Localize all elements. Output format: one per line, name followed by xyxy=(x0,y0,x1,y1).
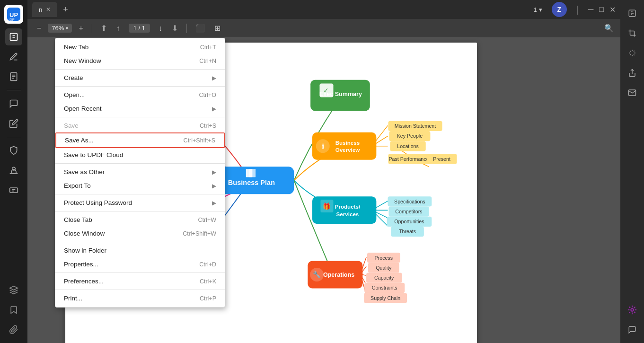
menu-item-arrow-icon: ▶ xyxy=(212,75,216,81)
menu-item-protect-password[interactable]: Protect Using Password▶ xyxy=(55,196,225,210)
menu-item-label: Save As... xyxy=(65,137,94,144)
right-icon-crop[interactable] xyxy=(624,25,641,42)
zoom-in-button[interactable]: + xyxy=(76,22,86,35)
page-display: 1 / 1 xyxy=(129,24,150,33)
menu-item-save-as-other[interactable]: Save as Other▶ xyxy=(55,165,225,179)
svg-text:Threats: Threats xyxy=(399,229,416,234)
menu-item-label: Export To xyxy=(64,182,91,189)
svg-marker-14 xyxy=(10,286,18,290)
menu-divider xyxy=(55,194,225,194)
menu-item-new-window[interactable]: New WindowCtrl+N xyxy=(55,54,225,68)
svg-text:Capacity: Capacity xyxy=(374,275,394,281)
new-tab-button[interactable]: + xyxy=(63,5,68,15)
sidebar-icon-layers[interactable] xyxy=(5,281,22,299)
menu-item-arrow-icon: ▶ xyxy=(212,169,216,176)
svg-text:Mission Statement: Mission Statement xyxy=(395,123,436,129)
svg-text:ℹ: ℹ xyxy=(322,143,324,150)
sidebar-icon-pages[interactable] xyxy=(5,68,22,85)
page-up-button[interactable]: ↑ xyxy=(114,22,123,35)
menu-item-create[interactable]: Create▶ xyxy=(55,71,225,85)
zoom-out-button[interactable]: − xyxy=(34,22,44,35)
right-icon-mail[interactable] xyxy=(624,84,641,101)
page-down-button[interactable]: ↓ xyxy=(156,22,165,35)
sidebar-icon-comment[interactable] xyxy=(5,95,22,112)
menu-item-save-as[interactable]: Save As...Ctrl+Shift+S xyxy=(55,132,225,148)
menu-item-label: Close Window xyxy=(64,230,105,237)
close-button[interactable]: ✕ xyxy=(609,5,616,14)
user-avatar[interactable]: Z xyxy=(552,2,567,17)
main-area: n ✕ + 1 ▾ Z | ─ □ ✕ − 76% ▾ + ⇑ ↑ 1 / xyxy=(27,0,620,343)
menu-item-shortcut: Ctrl+S xyxy=(200,123,216,129)
svg-text:Products/: Products/ xyxy=(335,203,361,210)
page-total: 1 xyxy=(142,25,145,32)
menu-item-label: New Window xyxy=(64,57,101,64)
svg-text:Key People: Key People xyxy=(397,133,423,139)
sidebar-icon-clip[interactable] xyxy=(5,321,22,338)
document-tab[interactable]: n ✕ xyxy=(32,2,57,17)
menu-item-label: Print... xyxy=(64,295,82,302)
menu-item-export-to[interactable]: Export To▶ xyxy=(55,179,225,193)
app-logo: UP DF xyxy=(4,5,23,24)
tab-title: n xyxy=(39,6,42,13)
document-area: Business Plan 📚 Appendices 💰 Financial 🏭… xyxy=(27,38,620,343)
tab-close-button[interactable]: ✕ xyxy=(46,6,51,13)
title-bar: n ✕ + 1 ▾ Z | ─ □ ✕ xyxy=(27,0,620,19)
menu-item-shortcut: Ctrl+W xyxy=(198,217,216,223)
right-icon-ai[interactable] xyxy=(624,301,641,318)
menu-item-new-tab[interactable]: New TabCtrl+T xyxy=(55,40,225,54)
menu-divider xyxy=(55,242,225,242)
window-controls: 1 ▾ Z | ─ □ ✕ xyxy=(534,2,616,17)
svg-text:Constraints: Constraints xyxy=(372,285,397,290)
scroll-top-button[interactable]: ⇑ xyxy=(98,22,110,35)
menu-item-save-updf-cloud[interactable]: Save to UPDF Cloud xyxy=(55,148,225,162)
menu-item-properties[interactable]: Properties...Ctrl+D xyxy=(55,257,225,271)
menu-item-shortcut: Ctrl+D xyxy=(199,261,216,268)
right-sidebar-bottom xyxy=(624,301,641,338)
menu-item-shortcut: Ctrl+T xyxy=(200,44,216,51)
minimize-button[interactable]: ─ xyxy=(588,5,593,14)
sidebar-icon-annotate[interactable] xyxy=(5,48,22,65)
sidebar-icon-fill[interactable] xyxy=(5,115,22,132)
menu-item-save: SaveCtrl+S xyxy=(55,119,225,132)
menu-item-label: Open Recent xyxy=(64,105,102,112)
maximize-button[interactable]: □ xyxy=(599,5,604,14)
user-count: 1 ▾ xyxy=(534,6,542,13)
sidebar-icon-protect[interactable] xyxy=(5,142,22,159)
menu-item-arrow-icon: ▶ xyxy=(212,106,216,112)
menu-item-print[interactable]: Print...Ctrl+P xyxy=(55,291,225,305)
right-icon-convert[interactable] xyxy=(624,44,641,62)
menu-item-open[interactable]: Open...Ctrl+O xyxy=(55,88,225,102)
sidebar-icon-stamp[interactable] xyxy=(5,162,22,179)
right-icon-message[interactable] xyxy=(624,321,641,338)
right-icon-ocr[interactable] xyxy=(624,5,641,22)
presentation-button[interactable]: ⬛ xyxy=(193,22,208,35)
menu-item-shortcut: Ctrl+K xyxy=(200,278,216,285)
sidebar-icon-bookmark[interactable] xyxy=(5,301,22,318)
sidebar-divider-1 xyxy=(7,90,21,90)
menu-item-open-recent[interactable]: Open Recent▶ xyxy=(55,102,225,115)
menu-item-shortcut: Ctrl+Shift+S xyxy=(184,137,215,144)
svg-text:Supply Chain: Supply Chain xyxy=(371,295,400,301)
left-sidebar: UP DF xyxy=(0,0,27,343)
menu-divider xyxy=(55,86,225,87)
menu-item-preferences[interactable]: Preferences...Ctrl+K xyxy=(55,274,225,288)
svg-text:Operations: Operations xyxy=(323,272,354,278)
thumbnail-button[interactable]: ⊞ xyxy=(212,22,223,35)
svg-text:Specifications: Specifications xyxy=(394,199,425,204)
menu-item-shortcut: Ctrl+N xyxy=(199,58,216,64)
svg-text:Competitors: Competitors xyxy=(395,209,422,214)
sidebar-icon-redact[interactable] xyxy=(5,182,22,199)
svg-point-142 xyxy=(631,308,634,311)
search-button[interactable]: 🔍 xyxy=(604,24,614,33)
menu-item-close-window[interactable]: Close WindowCtrl+Shift+W xyxy=(55,227,225,240)
svg-text:🎁: 🎁 xyxy=(323,202,331,211)
svg-text:DF: DF xyxy=(9,18,15,21)
sidebar-icon-edit[interactable] xyxy=(5,28,22,45)
menu-item-show-folder[interactable]: Show in Folder xyxy=(55,244,225,257)
right-icon-share[interactable] xyxy=(624,64,641,81)
menu-divider xyxy=(55,273,225,273)
scroll-bottom-button[interactable]: ⇓ xyxy=(169,22,181,35)
sidebar-bottom xyxy=(5,281,22,338)
menu-item-close-tab[interactable]: Close TabCtrl+W xyxy=(55,213,225,227)
toolbar: − 76% ▾ + ⇑ ↑ 1 / 1 ↓ ⇓ ⬛ ⊞ 🔍 xyxy=(27,19,620,38)
